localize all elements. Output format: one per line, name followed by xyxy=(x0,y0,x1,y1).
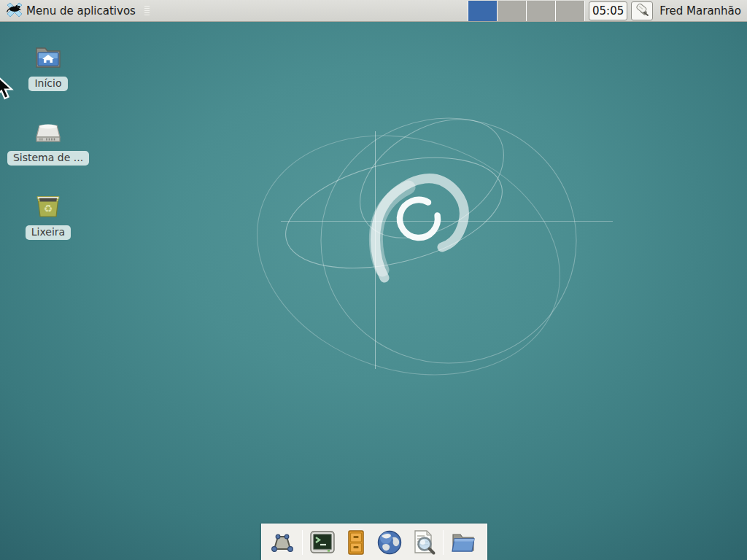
applications-menu-label: Menu de aplicativos xyxy=(26,4,136,18)
desktop-icon-label[interactable]: Sistema de ... xyxy=(7,151,89,166)
folder-icon[interactable] xyxy=(449,529,477,556)
workspace-cell-1[interactable] xyxy=(468,1,498,21)
xfce-logo-icon xyxy=(6,2,23,20)
top-panel: Menu de aplicativos 05:05 Fred Maranhão xyxy=(0,0,747,22)
action-button[interactable] xyxy=(631,1,653,20)
workspace-cell-2[interactable] xyxy=(498,1,527,21)
filesystem-drive-icon xyxy=(32,115,64,147)
show-desktop-icon[interactable] xyxy=(268,529,296,556)
svg-text:♻: ♻ xyxy=(44,203,53,214)
dock-separator xyxy=(302,530,303,555)
desktop-icon-home[interactable]: Início xyxy=(8,41,88,91)
launcher-dock xyxy=(261,524,487,560)
globe-icon[interactable] xyxy=(376,529,403,556)
workspace-cell-3[interactable] xyxy=(527,1,556,21)
desktop-icon-label[interactable]: Início xyxy=(28,77,67,91)
username-label: Fred Maranhão xyxy=(659,4,741,18)
desktop-icon-filesystem[interactable]: Sistema de ... xyxy=(8,115,88,166)
workspace-cell-4[interactable] xyxy=(556,1,585,21)
dock-separator xyxy=(443,530,444,555)
trash-icon: ♻ xyxy=(32,190,64,222)
file-cabinet-icon[interactable] xyxy=(342,529,370,556)
desktop-surface[interactable] xyxy=(0,0,747,560)
mouse-device-icon xyxy=(634,3,650,19)
clock[interactable]: 05:05 xyxy=(589,1,627,20)
panel-grip-handle[interactable] xyxy=(144,6,150,15)
workspace-switcher[interactable] xyxy=(468,1,585,21)
desktop-icon-trash[interactable]: ♻ Lixeira xyxy=(8,190,88,240)
desktop-icon-label[interactable]: Lixeira xyxy=(26,225,71,240)
debian-lines-wallpaper xyxy=(0,0,747,560)
clock-time: 05:05 xyxy=(592,4,624,18)
home-folder-icon xyxy=(32,41,64,73)
terminal-icon[interactable] xyxy=(309,529,336,556)
applications-menu-button[interactable]: Menu de aplicativos xyxy=(3,0,139,21)
search-document-icon[interactable] xyxy=(409,529,437,556)
